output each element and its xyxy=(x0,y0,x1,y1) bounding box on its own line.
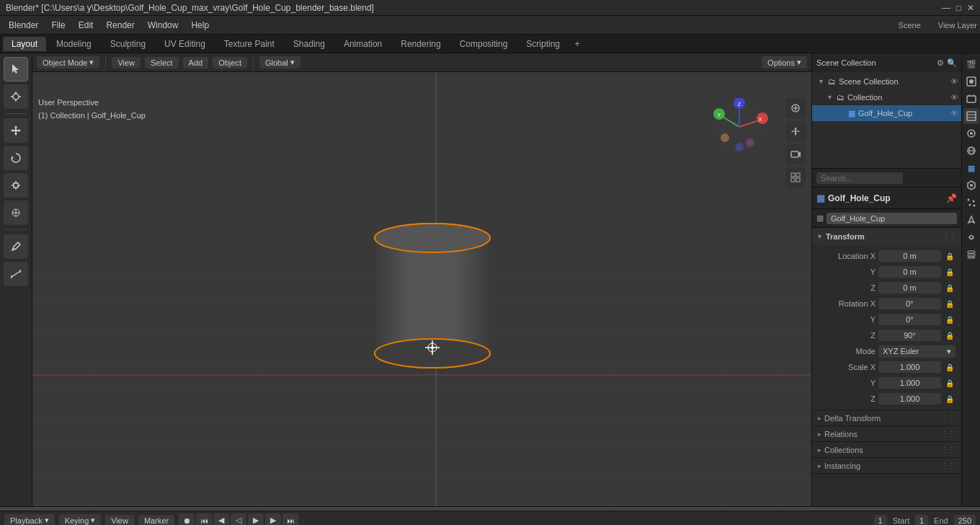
marker-menu-button[interactable]: Marker xyxy=(138,515,174,526)
tab-texture-paint[interactable]: Texture Paint xyxy=(215,37,283,51)
tab-modeling[interactable]: Modeling xyxy=(48,37,100,51)
title-bar-controls[interactable]: — □ ✕ xyxy=(942,3,974,13)
object-menu-button[interactable]: Object xyxy=(213,57,247,69)
location-x-value[interactable]: 0 m xyxy=(878,250,941,262)
outliner-filter-icon[interactable]: ⚙ xyxy=(937,58,944,68)
tree-eye-cup[interactable]: 👁 xyxy=(950,109,958,118)
tree-scene-collection[interactable]: ▼ 🗂 Scene Collection 👁 xyxy=(812,74,961,89)
scale-z-value[interactable]: 1.000 xyxy=(878,393,941,405)
object-mode-button[interactable]: Object Mode ▾ xyxy=(37,56,99,69)
rotate-tool-button[interactable] xyxy=(4,146,28,170)
select-tool-button[interactable] xyxy=(4,57,28,81)
scale-x-value[interactable]: 1.000 xyxy=(878,361,941,373)
location-z-lock[interactable]: 🔒 xyxy=(944,282,956,294)
scale-y-lock[interactable]: 🔒 xyxy=(944,377,956,389)
tab-animation[interactable]: Animation xyxy=(335,37,391,51)
rotation-mode-dropdown[interactable]: XYZ Euler ▾ xyxy=(878,345,956,358)
props-render-icon[interactable] xyxy=(963,74,979,89)
transport-record[interactable]: ⏺ xyxy=(179,513,195,526)
menu-file[interactable]: File xyxy=(45,19,71,32)
props-scene-icon[interactable]: 🎬 xyxy=(963,56,979,72)
collections-section[interactable]: ▸ Collections ⋮⋮ xyxy=(812,442,961,458)
props-physics-icon[interactable] xyxy=(963,212,979,228)
props-scene2-icon[interactable] xyxy=(963,125,979,141)
pin-button[interactable]: 📌 xyxy=(946,193,957,203)
current-frame-field[interactable]: 1 xyxy=(874,515,887,526)
view-menu-button[interactable]: View xyxy=(105,515,134,526)
transport-play-rev[interactable]: ◁ xyxy=(231,513,246,526)
frame-end-field[interactable]: 250 xyxy=(954,515,976,526)
tab-rendering[interactable]: Rendering xyxy=(392,37,449,51)
measure-tool-button[interactable] xyxy=(4,262,28,286)
props-data-icon[interactable] xyxy=(963,247,979,262)
outliner-search-icon[interactable]: 🔍 xyxy=(947,58,957,68)
props-view-layer-icon[interactable] xyxy=(963,108,979,124)
rotation-x-value[interactable]: 0° xyxy=(878,298,941,309)
props-output-icon[interactable] xyxy=(963,91,979,107)
annotate-tool-button[interactable] xyxy=(4,234,28,259)
rotation-x-lock[interactable]: 🔒 xyxy=(944,298,956,309)
delta-transform-section[interactable]: ▸ Delta Transform ⋮⋮ xyxy=(812,410,961,426)
global-button[interactable]: Global ▾ xyxy=(259,56,300,69)
transport-prev-frame[interactable]: ◀ xyxy=(213,513,229,526)
props-constraints-icon[interactable] xyxy=(963,229,979,245)
transform-tool-button[interactable] xyxy=(4,200,28,225)
tab-layout[interactable]: Layout xyxy=(3,37,46,51)
menu-help[interactable]: Help xyxy=(185,19,215,32)
transport-skip-start[interactable]: ⏮ xyxy=(196,513,212,526)
tree-eye-scene[interactable]: 👁 xyxy=(950,77,958,86)
tree-collection[interactable]: ▼ 🗂 Collection 👁 xyxy=(812,89,961,105)
rotation-z-lock[interactable]: 🔒 xyxy=(944,330,956,341)
tab-shading[interactable]: Shading xyxy=(285,37,334,51)
transport-next-frame[interactable]: ▶ xyxy=(265,513,281,526)
location-z-value[interactable]: 0 m xyxy=(878,282,941,294)
tree-golf-hole-cup[interactable]: ▦ Golf_Hole_Cup 👁 xyxy=(812,105,961,121)
transport-play[interactable]: ▶ xyxy=(248,513,264,526)
select-menu-button[interactable]: Select xyxy=(145,57,179,69)
tab-uv-editing[interactable]: UV Editing xyxy=(156,37,214,51)
scale-y-value[interactable]: 1.000 xyxy=(878,377,941,389)
keying-menu-button[interactable]: Keying ▾ xyxy=(59,514,102,525)
close-button[interactable]: ✕ xyxy=(967,3,974,13)
view-menu-button[interactable]: View xyxy=(112,57,141,69)
options-button[interactable]: Options ▾ xyxy=(762,56,807,69)
maximize-button[interactable]: □ xyxy=(956,3,961,13)
viewport[interactable]: Object Mode ▾ View Select Add Object Glo… xyxy=(32,53,811,506)
relations-section[interactable]: ▸ Relations ⋮⋮ xyxy=(812,426,961,442)
location-y-lock[interactable]: 🔒 xyxy=(944,266,956,278)
cursor-tool-button[interactable] xyxy=(4,84,28,109)
zoom-gizmo-button[interactable] xyxy=(785,98,806,118)
instancing-section[interactable]: ▸ Instancing ⋮⋮ xyxy=(812,458,961,474)
add-menu-button[interactable]: Add xyxy=(183,57,209,69)
rotation-z-value[interactable]: 90° xyxy=(878,330,941,341)
grid-overlay-button[interactable] xyxy=(785,167,806,188)
props-modifier-icon[interactable] xyxy=(963,177,979,193)
frame-start-field[interactable]: 1 xyxy=(915,515,928,526)
playback-menu-button[interactable]: Playback ▾ xyxy=(4,514,55,525)
minimize-button[interactable]: — xyxy=(942,3,950,13)
location-y-value[interactable]: 0 m xyxy=(878,266,941,278)
transform-header[interactable]: ▼ Transform ⋮⋮ xyxy=(812,228,961,245)
add-workspace-button[interactable]: + xyxy=(570,37,584,51)
scale-tool-button[interactable] xyxy=(4,173,28,198)
props-search-input[interactable] xyxy=(816,172,903,184)
scale-x-lock[interactable]: 🔒 xyxy=(944,361,956,373)
camera-button[interactable] xyxy=(785,144,806,164)
location-x-lock[interactable]: 🔒 xyxy=(944,250,956,262)
viewport-canvas[interactable]: User Perspective (1) Collection | Golf_H… xyxy=(32,72,811,506)
menu-render[interactable]: Render xyxy=(100,19,140,32)
tab-sculpting[interactable]: Sculpting xyxy=(102,37,154,51)
props-particles-icon[interactable] xyxy=(963,195,979,211)
pan-gizmo-button[interactable] xyxy=(785,121,806,141)
tab-scripting[interactable]: Scripting xyxy=(517,37,569,51)
props-object-icon[interactable]: ▦ xyxy=(963,160,979,176)
rotation-y-value[interactable]: 0° xyxy=(878,314,941,325)
scale-z-lock[interactable]: 🔒 xyxy=(944,393,956,405)
tree-eye-collection[interactable]: 👁 xyxy=(950,93,958,102)
transport-skip-end[interactable]: ⏭ xyxy=(282,513,298,526)
move-tool-button[interactable] xyxy=(4,118,28,143)
rotation-y-lock[interactable]: 🔒 xyxy=(944,314,956,325)
menu-edit[interactable]: Edit xyxy=(73,19,99,32)
menu-window[interactable]: Window xyxy=(142,19,184,32)
obj-data-name-input[interactable] xyxy=(827,213,957,224)
